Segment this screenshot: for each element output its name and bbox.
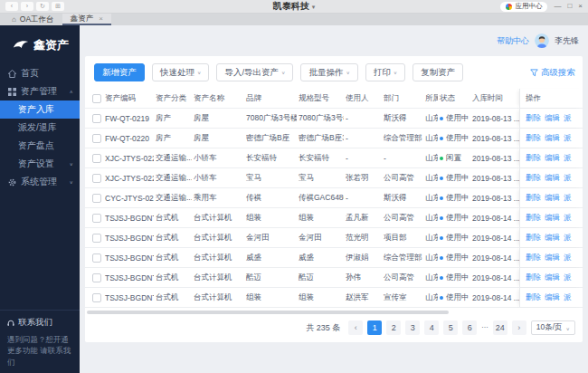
row-checkbox[interactable] bbox=[92, 273, 101, 282]
maximize-icon[interactable]: □ bbox=[567, 3, 572, 10]
back-icon[interactable]: ‹ bbox=[5, 2, 18, 11]
row-checkbox[interactable] bbox=[92, 174, 101, 183]
dispatch-link[interactable]: 派 bbox=[564, 292, 572, 303]
cell-status: 使用中 bbox=[438, 109, 470, 128]
dispatch-link[interactable]: 派 bbox=[564, 173, 572, 184]
import-export-button[interactable]: 导入/导出资产 ∨ bbox=[216, 63, 293, 81]
delete-link[interactable]: 删除 bbox=[526, 273, 541, 283]
delete-link[interactable]: 删除 bbox=[526, 233, 541, 244]
sidebar-item-label: 系统管理 bbox=[21, 176, 57, 188]
page-button[interactable]: 2 bbox=[386, 320, 401, 335]
delete-link[interactable]: 删除 bbox=[526, 253, 541, 263]
edit-link[interactable]: 编辑 bbox=[545, 173, 560, 184]
cell-brand: 组装 bbox=[244, 208, 297, 227]
delete-link[interactable]: 删除 bbox=[526, 113, 541, 124]
page-size-select[interactable]: 10条/页 ∨ bbox=[531, 320, 575, 335]
page-button[interactable]: 24 bbox=[493, 320, 507, 335]
edit-link[interactable]: 编辑 bbox=[545, 133, 560, 144]
select-all-checkbox[interactable] bbox=[92, 94, 101, 103]
dispatch-link[interactable]: 派 bbox=[564, 113, 572, 124]
chevron-down-icon: ∨ bbox=[70, 161, 73, 167]
page-button[interactable]: 3 bbox=[405, 320, 420, 335]
sidebar-item-asset-management[interactable]: 资产管理 ∧ bbox=[0, 82, 80, 100]
batch-operation-button[interactable]: 批量操作 ∨ bbox=[300, 63, 357, 81]
sidebar-item-asset-inbound[interactable]: 资产入库 bbox=[0, 100, 80, 119]
page-button[interactable]: 1 bbox=[367, 320, 382, 335]
page-button[interactable]: 6 bbox=[462, 320, 477, 335]
username[interactable]: 李先锋 bbox=[555, 35, 579, 47]
delete-link[interactable]: 删除 bbox=[526, 133, 541, 144]
forward-icon[interactable]: › bbox=[21, 2, 33, 11]
cell-code: TSJSJ-BGDNTS... bbox=[103, 268, 154, 287]
sidebar-item-asset-inventory[interactable]: 资产盘点 bbox=[0, 137, 80, 155]
tab-xin-assets[interactable]: 鑫资产 × bbox=[62, 14, 111, 25]
copy-asset-button[interactable]: 复制资产 bbox=[413, 63, 463, 81]
add-asset-button[interactable]: 新增资产 bbox=[94, 63, 145, 81]
button-label: 复制资产 bbox=[421, 67, 455, 79]
dispatch-link[interactable]: 派 bbox=[564, 213, 572, 224]
tab-label: OA工作台 bbox=[20, 14, 54, 25]
dispatch-link[interactable]: 派 bbox=[564, 253, 572, 263]
chevron-down-icon: ∨ bbox=[197, 70, 201, 75]
contact-title-text: 联系我们 bbox=[18, 317, 52, 329]
multiwindow-icon[interactable]: ⊞ bbox=[52, 2, 64, 11]
cell-status: 使用中 bbox=[438, 248, 470, 267]
edit-link[interactable]: 编辑 bbox=[545, 193, 560, 204]
quick-process-button[interactable]: 快速处理 ∨ bbox=[152, 63, 209, 81]
edit-link[interactable]: 编辑 bbox=[545, 253, 560, 263]
dispatch-link[interactable]: 派 bbox=[564, 233, 572, 244]
gear-icon bbox=[8, 178, 16, 186]
row-checkbox[interactable] bbox=[92, 214, 101, 223]
app-center-button[interactable]: 应用中心 bbox=[500, 2, 547, 12]
dispatch-link[interactable]: 派 bbox=[564, 133, 572, 144]
row-checkbox[interactable] bbox=[92, 293, 101, 302]
delete-link[interactable]: 删除 bbox=[526, 292, 541, 303]
delete-link[interactable]: 删除 bbox=[526, 193, 541, 204]
page-button[interactable]: 5 bbox=[443, 320, 458, 335]
tab-close-icon[interactable]: × bbox=[99, 14, 103, 23]
print-button[interactable]: 打印 ∨ bbox=[365, 63, 405, 81]
advanced-search-link[interactable]: 高级搜索 bbox=[530, 67, 575, 79]
table-header-row: 资产编码资产分类资产名称品牌规格型号使用人部门所属状态入库时间操作 bbox=[85, 89, 583, 109]
column-header: 规格型号 bbox=[297, 89, 344, 108]
cell-code: TSJSJ-BGDNTS... bbox=[103, 228, 154, 247]
delete-link[interactable]: 删除 bbox=[526, 173, 541, 184]
next-page-button[interactable]: › bbox=[512, 320, 526, 335]
close-icon[interactable]: × bbox=[578, 3, 583, 10]
edit-link[interactable]: 编辑 bbox=[545, 273, 560, 283]
row-checkbox[interactable] bbox=[92, 114, 101, 123]
sidebar-item-dispatch-return[interactable]: 派发/退库 bbox=[0, 119, 80, 137]
horizontal-scrollbar-thumb[interactable] bbox=[87, 311, 449, 314]
avatar[interactable] bbox=[535, 33, 549, 48]
contact-title[interactable]: 联系我们 bbox=[7, 317, 72, 329]
sidebar-item-asset-settings[interactable]: 资产设置 ∨ bbox=[0, 155, 80, 173]
row-checkbox[interactable] bbox=[92, 253, 101, 263]
dispatch-link[interactable]: 派 bbox=[564, 273, 572, 283]
sidebar-item-home[interactable]: 首页 bbox=[0, 64, 80, 82]
cell-model: 长安福特 bbox=[297, 148, 344, 167]
edit-link[interactable]: 编辑 bbox=[545, 292, 560, 303]
cell-model: 组装 bbox=[297, 208, 344, 227]
delete-link[interactable]: 删除 bbox=[526, 153, 541, 164]
minimize-icon[interactable]: — bbox=[554, 3, 561, 10]
column-header: 品牌 bbox=[244, 89, 297, 108]
edit-link[interactable]: 编辑 bbox=[545, 233, 560, 244]
help-center-link[interactable]: 帮助中心 bbox=[497, 35, 529, 47]
row-checkbox[interactable] bbox=[92, 154, 101, 163]
cell-user: - bbox=[344, 188, 382, 207]
sidebar-item-system-management[interactable]: 系统管理 ∨ bbox=[0, 173, 80, 191]
dispatch-link[interactable]: 派 bbox=[564, 153, 572, 164]
delete-link[interactable]: 删除 bbox=[526, 213, 541, 224]
dispatch-link[interactable]: 派 bbox=[564, 193, 572, 204]
edit-link[interactable]: 编辑 bbox=[545, 213, 560, 224]
row-checkbox[interactable] bbox=[92, 134, 101, 143]
refresh-icon[interactable]: ↻ bbox=[36, 2, 49, 11]
row-checkbox[interactable] bbox=[92, 234, 101, 243]
edit-link[interactable]: 编辑 bbox=[545, 153, 560, 164]
edit-link[interactable]: 编辑 bbox=[545, 113, 560, 124]
cell-brand: 组装 bbox=[244, 288, 297, 307]
row-checkbox[interactable] bbox=[92, 194, 101, 203]
prev-page-button[interactable]: ‹ bbox=[348, 320, 363, 335]
tab-oa-workbench[interactable]: ⌂ OA工作台 bbox=[4, 14, 62, 25]
page-button[interactable]: 4 bbox=[424, 320, 439, 335]
